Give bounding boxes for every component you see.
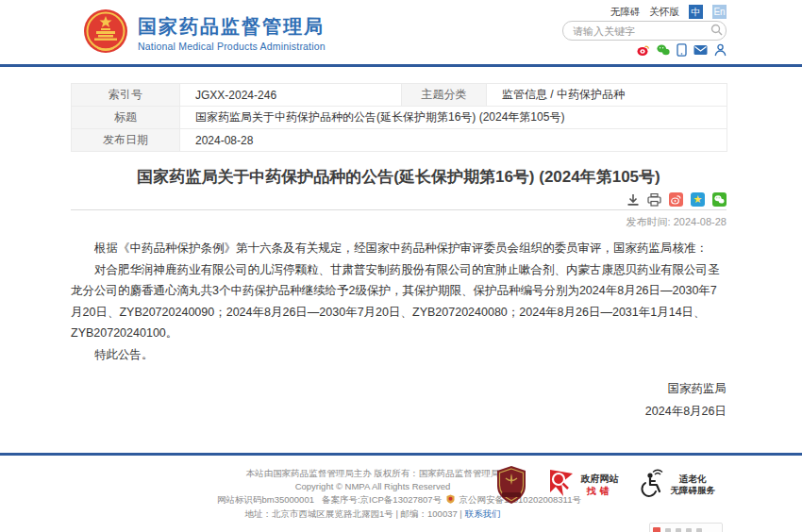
wechat-icon[interactable]	[657, 43, 670, 57]
signature-date: 2024年8月26日	[71, 404, 732, 420]
footer-line-registration: 网站标识码bm35000001 备案序号:京ICP备13027807号 京公网安…	[217, 493, 528, 507]
publish-time-value: 2024-08-28	[674, 216, 727, 227]
topic-label: 主题分类	[402, 84, 487, 107]
footer-address: 地址：北京市西城区展览路北露园1号 | 邮编：100037 |	[245, 508, 462, 519]
article-title: 国家药监局关于中药保护品种的公告(延长保护期第16号) (2024年第105号)	[71, 166, 727, 188]
site-title-cn: 国家药品监督管理局	[138, 15, 326, 38]
paragraph: 特此公告。	[71, 344, 727, 366]
weibo-share-icon[interactable]	[669, 192, 683, 207]
paragraph: 对合肥华润神鹿药业有限公司的儿泻停颗粒、甘肃普安制药股份有限公司的宜肺止嗽合剂、…	[71, 259, 727, 344]
footer-line-copyright: Copyright © NMPA All Rights Reserved	[217, 480, 528, 493]
mail-icon[interactable]	[693, 44, 708, 56]
footer-badges: 政府网站 找错 适老化 无障碍服务	[495, 465, 716, 505]
accessibility-service-badge[interactable]: 适老化 无障碍服务	[640, 469, 716, 501]
footer-text-block: 本站由国家药品监督管理局主办 版权所有：国家药品监督管理局 Copyright …	[217, 467, 528, 521]
table-row: 发布日期 2024-08-28	[72, 129, 727, 152]
national-emblem-icon	[83, 8, 128, 58]
search-button[interactable]	[710, 24, 723, 39]
top-utility-bar: 无障碍 关怀版 中 En	[610, 5, 727, 19]
wechat-share-icon[interactable]	[712, 192, 727, 207]
footer-line-address: 地址：北京市西城区展览路北露园1号 | 邮编：100037 | 联系我们	[217, 507, 528, 521]
site-footer: 本站由国家药品监督管理局主办 版权所有：国家药品监督管理局 Copyright …	[0, 453, 802, 532]
date-label: 发布日期	[72, 129, 180, 152]
site-logo[interactable]: 国家药品监督管理局 National Medical Products Admi…	[83, 8, 326, 58]
toolbar-divider	[71, 209, 727, 210]
gov-error-label-2: 找错	[581, 485, 619, 497]
topic-value: 监管信息 / 中药保护品种	[487, 84, 727, 107]
paragraph: 根据《中药品种保护条例》第十六条及有关规定，经国家中药品种保护审评委员会组织的委…	[71, 238, 727, 259]
article-toolbar: ★	[71, 192, 727, 207]
header-social-icons	[637, 43, 727, 57]
site-title-en: National Medical Products Administration	[138, 41, 326, 52]
table-row: 标题 国家药监局关于中药保护品种的公告(延长保护期第16号) (2024年第10…	[72, 107, 727, 129]
publish-time-label: 发布时间:	[627, 216, 671, 227]
search-icon	[710, 25, 723, 39]
wheelchair-icon	[640, 469, 666, 501]
gov-site-error-badge[interactable]: 政府网站 找错	[548, 468, 619, 502]
a11y-label-2: 无障碍服务	[671, 485, 716, 496]
index-label: 索引号	[72, 84, 180, 107]
footer-site-id: 网站标识码bm35000001	[217, 494, 314, 505]
title-value: 国家药监局关于中药保护品种的公告(延长保护期第16号) (2024年第105号)	[180, 107, 727, 129]
date-value: 2024-08-28	[180, 129, 727, 152]
care-mode-link[interactable]: 关怀版	[650, 6, 680, 19]
publish-time: 发布时间: 2024-08-28	[71, 215, 727, 229]
gov-error-label-1: 政府网站	[581, 473, 619, 485]
toolbar-gray-icon	[676, 528, 681, 532]
index-value: JGXX-2024-246	[180, 84, 402, 107]
weibo-icon[interactable]	[637, 43, 650, 57]
toolbar-gray-icon	[665, 528, 671, 532]
qzone-star-icon[interactable]: ★	[691, 192, 705, 207]
footer-icp[interactable]: 备案序号:京ICP备13027807号	[322, 494, 442, 505]
article-body: 根据《中药品种保护条例》第十六条及有关规定，经国家中药品种保护审评委员会组织的委…	[71, 238, 727, 365]
toolbar-gray-icon	[686, 528, 692, 532]
footer-line-host: 本站由国家药品监督管理局主办 版权所有：国家药品监督管理局	[217, 467, 528, 480]
title-label: 标题	[72, 107, 180, 129]
lang-cn-button[interactable]: 中	[689, 5, 703, 19]
magnifier-flag-icon	[548, 468, 576, 502]
contact-us-link[interactable]: 联系我们	[464, 508, 500, 519]
print-icon[interactable]	[647, 193, 661, 207]
police-badge-icon	[446, 494, 455, 507]
header-divider	[0, 64, 802, 67]
floating-toolbar-partial[interactable]	[649, 523, 723, 532]
search-box	[562, 21, 727, 41]
mobile-icon[interactable]	[677, 43, 687, 57]
lang-en-button[interactable]: En	[712, 5, 727, 19]
toolbar-gray-icon	[696, 528, 702, 532]
a11y-label-1: 适老化	[671, 474, 716, 485]
table-row: 索引号 JGXX-2024-246 主题分类 监管信息 / 中药保护品种	[72, 84, 727, 107]
shield-badge-icon[interactable]	[495, 465, 527, 505]
user-icon[interactable]	[714, 43, 727, 57]
signature-org: 国家药监局	[71, 381, 740, 397]
document-meta-table: 索引号 JGXX-2024-246 主题分类 监管信息 / 中药保护品种 标题 …	[71, 83, 727, 152]
site-header: 国家药品监督管理局 National Medical Products Admi…	[0, 0, 802, 64]
accessibility-link[interactable]: 无障碍	[610, 6, 641, 19]
toolbar-red-icon	[653, 527, 660, 532]
download-icon[interactable]	[627, 193, 640, 207]
search-input[interactable]	[563, 25, 710, 37]
